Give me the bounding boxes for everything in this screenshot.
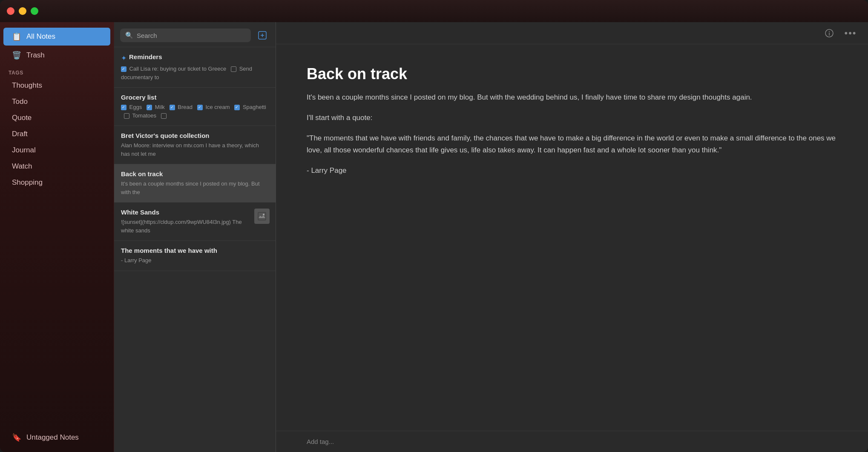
tag-bar[interactable]: Add tag...: [276, 431, 868, 452]
main-content: ••• Back on track It's been a couple mon…: [276, 22, 868, 452]
pin-icon: ✦: [121, 54, 126, 62]
note-item-white-sands[interactable]: White Sands ![sunset](https://cldup.com/…: [114, 203, 276, 241]
note-title: Reminders: [129, 53, 162, 60]
traffic-lights: [7, 7, 38, 15]
note-title: Back on track: [121, 170, 269, 177]
content-toolbar: •••: [276, 22, 868, 44]
tag-label: Shopping: [12, 178, 43, 187]
note-preview: It's been a couple months since I posted…: [121, 180, 269, 196]
note-preview: Alan Moore: interview on mtv.com I have …: [121, 141, 269, 158]
sidebar-item-trash[interactable]: 🗑️ Trash: [3, 46, 110, 64]
note-item-back-on-track[interactable]: Back on track It's been a couple months …: [114, 164, 276, 203]
sidebar-item-all-notes[interactable]: 📋 All Notes: [3, 28, 110, 46]
note-item-moments[interactable]: The moments that we have with - Larry Pa…: [114, 241, 276, 271]
sidebar-item-label: Trash: [26, 51, 45, 60]
note-title: White Sands: [121, 209, 269, 216]
note-item-grocery[interactable]: Grocery list Eggs Milk Bread Ice cream S…: [114, 88, 276, 126]
svg-rect-4: [259, 213, 265, 220]
notes-icon: 📋: [12, 32, 21, 41]
notes-scroll-area[interactable]: ✦ Reminders Call Lisa re: buying our tic…: [114, 47, 276, 452]
sidebar-item-watch[interactable]: Watch: [3, 159, 110, 174]
note-preview: ![sunset](https://cldup.com/9wpWU84l3n.j…: [121, 218, 269, 235]
sidebar-item-draft[interactable]: Draft: [3, 126, 110, 142]
note-preview: Call Lisa re: buying our ticket to Greec…: [121, 65, 269, 81]
tag-label: Journal: [12, 146, 36, 154]
editor-paragraph-2: I'll start with a quote:: [307, 112, 837, 124]
note-preview: - Larry Page: [121, 256, 269, 265]
tags-section-label: TAGS: [0, 65, 114, 77]
note-thumbnail: [254, 209, 270, 224]
app-container: 📋 All Notes 🗑️ Trash TAGS Thoughts Todo …: [0, 22, 868, 452]
note-item-reminders[interactable]: ✦ Reminders Call Lisa re: buying our tic…: [114, 47, 276, 88]
maximize-button[interactable]: [31, 7, 38, 15]
note-title: Grocery list: [121, 94, 269, 101]
more-options-button[interactable]: •••: [843, 26, 858, 40]
sidebar-item-label: Untagged Notes: [26, 433, 79, 442]
close-button[interactable]: [7, 7, 14, 15]
sidebar-item-shopping[interactable]: Shopping: [3, 175, 110, 190]
editor-paragraph-attribution: - Larry Page: [307, 165, 837, 177]
note-editor[interactable]: Back on track It's been a couple months …: [276, 44, 868, 431]
sidebar-item-quote[interactable]: Quote: [3, 110, 110, 126]
minimize-button[interactable]: [19, 7, 26, 15]
tag-label: Draft: [12, 130, 28, 138]
sidebar-item-journal[interactable]: Journal: [3, 143, 110, 158]
notes-header: 🔍 Search: [114, 22, 276, 47]
search-bar[interactable]: 🔍 Search: [120, 29, 251, 42]
notes-list: 🔍 Search ✦ Reminders Call Lisa re: b: [114, 22, 276, 452]
editor-title: Back on track: [307, 65, 837, 83]
editor-body[interactable]: It's been a couple months since I posted…: [307, 92, 837, 177]
sidebar-item-thoughts[interactable]: Thoughts: [3, 78, 110, 93]
sidebar: 📋 All Notes 🗑️ Trash TAGS Thoughts Todo …: [0, 22, 114, 452]
editor-paragraph-1: It's been a couple months since I posted…: [307, 92, 837, 103]
sidebar-item-label: All Notes: [26, 32, 55, 41]
note-title: The moments that we have with: [121, 247, 269, 254]
untagged-icon: 🔖: [12, 433, 21, 442]
svg-point-5: [263, 214, 264, 215]
sidebar-item-todo[interactable]: Todo: [3, 94, 110, 109]
sidebar-item-untagged[interactable]: 🔖 Untagged Notes: [3, 429, 110, 446]
tag-label: Thoughts: [12, 81, 42, 90]
note-title: Bret Victor's quote collection: [121, 132, 269, 139]
info-button[interactable]: [822, 26, 836, 40]
more-icon: •••: [844, 28, 857, 39]
note-preview: Eggs Milk Bread Ice cream Spaghetti Toma…: [121, 103, 269, 120]
search-icon: 🔍: [125, 31, 133, 39]
search-placeholder: Search: [137, 32, 157, 39]
editor-paragraph-quote: "The moments that we have with friends a…: [307, 132, 837, 156]
trash-icon: 🗑️: [12, 51, 21, 60]
titlebar: [0, 0, 868, 22]
note-item-bret-victor[interactable]: Bret Victor's quote collection Alan Moor…: [114, 126, 276, 164]
new-note-button[interactable]: [255, 28, 270, 43]
svg-point-8: [829, 31, 830, 32]
add-tag-placeholder: Add tag...: [307, 438, 334, 445]
tag-label: Watch: [12, 162, 32, 171]
tag-label: Quote: [12, 114, 32, 122]
tag-label: Todo: [12, 97, 28, 106]
